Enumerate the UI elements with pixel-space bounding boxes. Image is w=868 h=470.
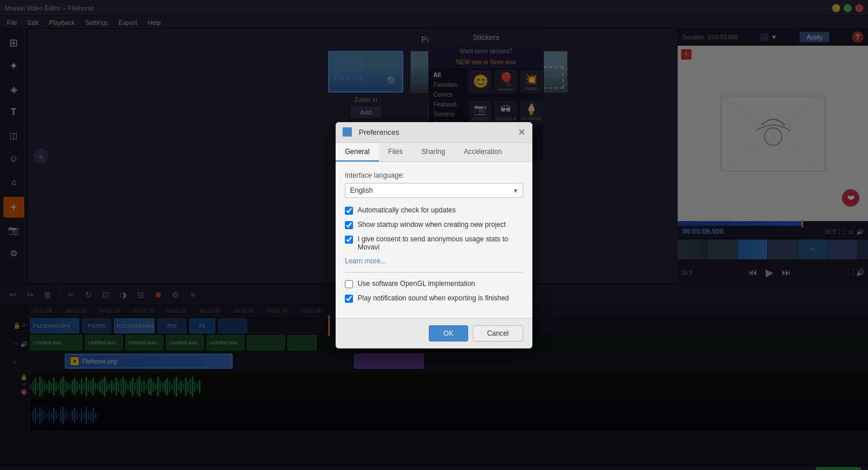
- anonymous-stats-row: I give consent to send anonymous usage s…: [345, 235, 523, 251]
- cancel-button[interactable]: Cancel: [473, 325, 523, 342]
- tab-general[interactable]: General: [336, 143, 379, 161]
- notif-sound-checkbox[interactable]: [345, 295, 353, 303]
- dialog-footer: OK Cancel: [336, 318, 532, 348]
- tab-acceleration[interactable]: Acceleration: [454, 143, 511, 161]
- dialog-title-bar: Preferences ✕: [336, 122, 532, 143]
- auto-update-row: Automatically check for updates: [345, 206, 523, 215]
- auto-update-label: Automatically check for updates: [358, 206, 455, 214]
- anonymous-stats-label: I give consent to send anonymous usage s…: [358, 235, 523, 251]
- opengl-checkbox[interactable]: [345, 280, 353, 288]
- anonymous-stats-checkbox[interactable]: [345, 236, 353, 244]
- notif-sound-label: Play notification sound when exporting i…: [358, 294, 509, 302]
- preferences-overlay: Preferences ✕ General Files Sharing Acce…: [0, 0, 868, 470]
- preferences-dialog: Preferences ✕ General Files Sharing Acce…: [336, 122, 532, 348]
- dialog-close-button[interactable]: ✕: [518, 127, 525, 138]
- opengl-label: Use software OpenGL implementation: [358, 280, 475, 288]
- learn-more-link[interactable]: Learn more...: [345, 257, 523, 265]
- language-label: Interface language:: [345, 171, 523, 179]
- preferences-icon: [343, 127, 352, 137]
- startup-window-label: Show startup window when creating new pr…: [358, 221, 506, 229]
- language-select[interactable]: English Deutsch Español Français: [345, 183, 523, 198]
- dialog-divider: [345, 272, 523, 273]
- startup-window-row: Show startup window when creating new pr…: [345, 221, 523, 229]
- notif-sound-row: Play notification sound when exporting i…: [345, 294, 523, 303]
- startup-window-checkbox[interactable]: [345, 221, 353, 229]
- language-select-wrap: English Deutsch Español Français: [345, 183, 523, 198]
- opengl-row: Use software OpenGL implementation: [345, 280, 523, 288]
- auto-update-checkbox[interactable]: [345, 207, 353, 215]
- tab-files[interactable]: Files: [379, 143, 412, 161]
- dialog-tabs: General Files Sharing Acceleration: [336, 143, 532, 162]
- tab-sharing[interactable]: Sharing: [412, 143, 454, 161]
- ok-button[interactable]: OK: [429, 325, 468, 342]
- dialog-body: Interface language: English Deutsch Espa…: [336, 162, 532, 318]
- dialog-title-label: Preferences: [359, 128, 399, 137]
